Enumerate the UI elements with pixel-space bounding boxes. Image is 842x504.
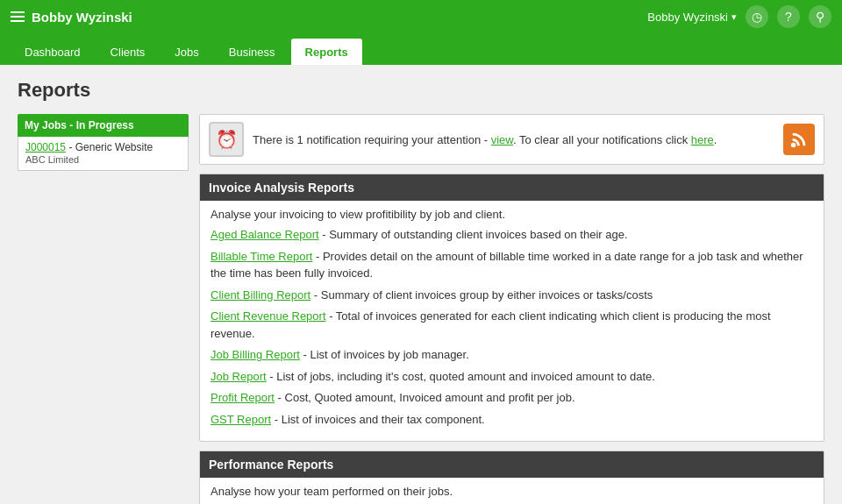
report-item-billable: Billable Time Report - Provides detail o… [210,248,813,282]
notification-view-link[interactable]: view [491,133,513,146]
sidebar-company: ABC Limited [25,154,79,165]
aged-balance-report-link[interactable]: Aged Balance Report [210,228,319,241]
notification-here-link[interactable]: here [691,133,714,146]
job-report-link[interactable]: Job Report [210,370,267,383]
nav-dashboard[interactable]: Dashboard [11,39,95,65]
performance-section-header: Performance Reports [200,451,824,478]
client-billing-report-link[interactable]: Client Billing Report [210,288,310,302]
client-revenue-report-link[interactable]: Client Revenue Report [210,309,326,323]
notification-text: There is 1 notification requiring your a… [253,133,774,146]
profit-report-link[interactable]: Profit Report [210,391,275,404]
main-panel: ⏰ There is 1 notification requiring your… [199,114,824,504]
report-item-gst: GST Report - List of invoices and their … [210,411,813,429]
sidebar-job-name: Generic Website [75,141,153,153]
search-icon[interactable]: ⚲ [809,5,831,28]
user-menu[interactable]: Bobby Wyzinski [647,11,737,24]
help-icon[interactable]: ? [777,5,800,28]
performance-intro: Analyse how your team performed on their… [210,485,813,498]
report-item-job: Job Report - List of jobs, including it'… [210,368,813,386]
hamburger-menu[interactable] [11,11,25,22]
svg-point-0 [791,143,796,148]
invoice-section-body: Analyse your invoicing to view profitibi… [200,201,824,441]
nav-clients[interactable]: Clients [96,39,160,65]
performance-section: Performance Reports Analyse how your tea… [199,451,824,504]
main-layout: My Jobs - In Progress J000015 - Generic … [18,114,824,504]
app-brand: Bobby Wyzinski [11,10,132,25]
report-item-job-billing: Job Billing Report - List of invoices by… [210,346,813,364]
rss-icon[interactable] [783,124,815,155]
page-content: Reports My Jobs - In Progress J000015 - … [0,65,842,504]
notification-box: ⏰ There is 1 notification requiring your… [199,114,824,165]
job-billing-report-link[interactable]: Job Billing Report [210,348,300,361]
top-bar: Bobby Wyzinski Bobby Wyzinski ◷ ? ⚲ [0,0,842,33]
nav-reports[interactable]: Reports [291,39,362,65]
sidebar-job-item: J000015 - Generic Website ABC Limited [18,137,189,171]
clock-icon[interactable]: ◷ [746,5,768,28]
report-item-profit: Profit Report - Cost, Quoted amount, Inv… [210,389,813,407]
nav-business[interactable]: Business [215,39,289,65]
report-item-client-revenue: Client Revenue Report - Total of invoice… [210,308,813,342]
invoice-analysis-section: Invoice Analysis Reports Analyse your in… [199,174,824,442]
sidebar-job-link[interactable]: J000015 [25,141,66,153]
invoice-section-header: Invoice Analysis Reports [200,174,824,201]
billable-time-report-link[interactable]: Billable Time Report [210,250,312,263]
sidebar-section-title: My Jobs - In Progress [18,114,189,137]
main-nav: Dashboard Clients Jobs Business Reports [0,33,842,65]
performance-section-body: Analyse how your team performed on their… [200,478,824,504]
page-title: Reports [18,79,824,102]
top-bar-right: Bobby Wyzinski ◷ ? ⚲ [647,5,831,28]
nav-jobs[interactable]: Jobs [161,39,212,65]
app-name: Bobby Wyzinski [32,10,132,25]
report-item-aged: Aged Balance Report - Summary of outstan… [210,226,813,244]
gst-report-link[interactable]: GST Report [210,413,271,426]
invoice-intro: Analyse your invoicing to view profitibi… [210,208,813,221]
sidebar: My Jobs - In Progress J000015 - Generic … [18,114,189,504]
alarm-icon: ⏰ [209,122,244,157]
report-item-client-billing: Client Billing Report - Summary of clien… [210,287,813,304]
